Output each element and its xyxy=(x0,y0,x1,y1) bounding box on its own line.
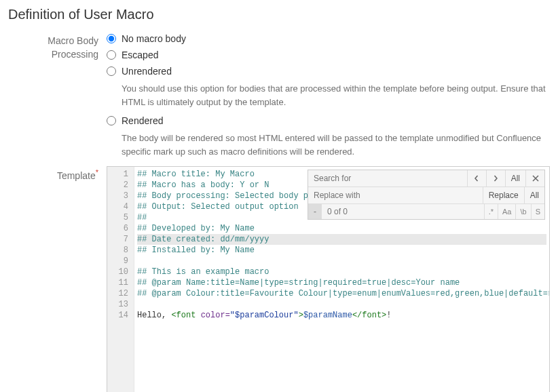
radio-escaped-label: Escaped xyxy=(122,50,158,60)
chevron-right-icon xyxy=(492,175,499,182)
code-line[interactable]: ## Date created: dd/mm/yyyy xyxy=(137,234,546,245)
chevron-left-icon xyxy=(473,175,480,182)
gutter-line: 14 xyxy=(107,310,134,321)
search-replace-panel: All Replace All - 0 of 0 .* Aa xyxy=(308,170,545,220)
gutter-line: 3 xyxy=(107,191,134,201)
toggle-case-button[interactable]: Aa xyxy=(498,204,515,219)
search-status: - 0 of 0 xyxy=(308,204,484,219)
macro-body-label: Macro Body Processing xyxy=(8,33,107,165)
close-icon xyxy=(532,175,539,182)
unrendered-desc: You should use this option for bodies th… xyxy=(122,82,550,109)
radio-unrendered[interactable] xyxy=(107,66,116,76)
toggle-selection-button[interactable]: S xyxy=(531,204,544,219)
radio-unrendered-label: Unrendered xyxy=(122,66,172,77)
code-editor[interactable]: 1234567891011121314 ## Macro title: My M… xyxy=(107,166,550,392)
editor-gutter: 1234567891011121314 xyxy=(107,167,134,392)
gutter-line: 11 xyxy=(107,277,134,288)
page-heading: Definition of User Macro xyxy=(8,7,550,22)
toggle-regex-button[interactable]: .* xyxy=(484,204,498,219)
gutter-line: 6 xyxy=(107,223,134,234)
rendered-desc: The body will be rendered so most HTML e… xyxy=(122,132,550,158)
code-line[interactable]: ## @param Colour:title=Favourite Colour|… xyxy=(137,288,546,299)
replace-input[interactable] xyxy=(308,187,483,203)
code-line[interactable] xyxy=(137,299,546,310)
gutter-line: 8 xyxy=(107,245,134,256)
search-prev-button[interactable] xyxy=(467,170,486,187)
gutter-line: 7 xyxy=(107,234,134,245)
template-field: Template* 1234567891011121314 ## Macro t… xyxy=(8,166,550,392)
code-line[interactable]: ## Installed by: My Name xyxy=(137,245,546,256)
gutter-line: 9 xyxy=(107,256,134,267)
code-line[interactable]: ## This is an example macro xyxy=(137,267,546,277)
gutter-line: 1 xyxy=(107,169,134,180)
code-line[interactable]: ## Developed by: My Name xyxy=(137,223,546,234)
search-all-button[interactable]: All xyxy=(505,170,525,187)
radio-escaped[interactable] xyxy=(107,50,116,60)
search-input[interactable] xyxy=(308,170,467,187)
radio-rendered-label: Rendered xyxy=(122,115,164,126)
gutter-line: 4 xyxy=(107,201,134,212)
gutter-line: 13 xyxy=(107,299,134,310)
gutter-line: 2 xyxy=(107,180,134,191)
radio-no-body-label: No macro body xyxy=(122,33,186,44)
replace-all-button[interactable]: All xyxy=(524,187,544,203)
code-line[interactable]: ## @param Name:title=Name|type=string|re… xyxy=(137,277,546,288)
gutter-line: 12 xyxy=(107,288,134,299)
gutter-line: 5 xyxy=(107,212,134,223)
gutter-line: 10 xyxy=(107,267,134,277)
toggle-word-button[interactable]: \b xyxy=(515,204,530,219)
code-line[interactable] xyxy=(137,256,546,267)
search-close-button[interactable] xyxy=(525,170,544,187)
template-label: Template* xyxy=(8,166,107,392)
code-line[interactable]: Hello, <font color="$paramColour">$param… xyxy=(137,310,546,321)
radio-rendered[interactable] xyxy=(107,116,116,125)
search-next-button[interactable] xyxy=(486,170,505,187)
replace-button[interactable]: Replace xyxy=(483,187,524,203)
macro-body-field: Macro Body Processing No macro body Esca… xyxy=(8,33,550,165)
radio-no-body[interactable] xyxy=(107,34,116,43)
